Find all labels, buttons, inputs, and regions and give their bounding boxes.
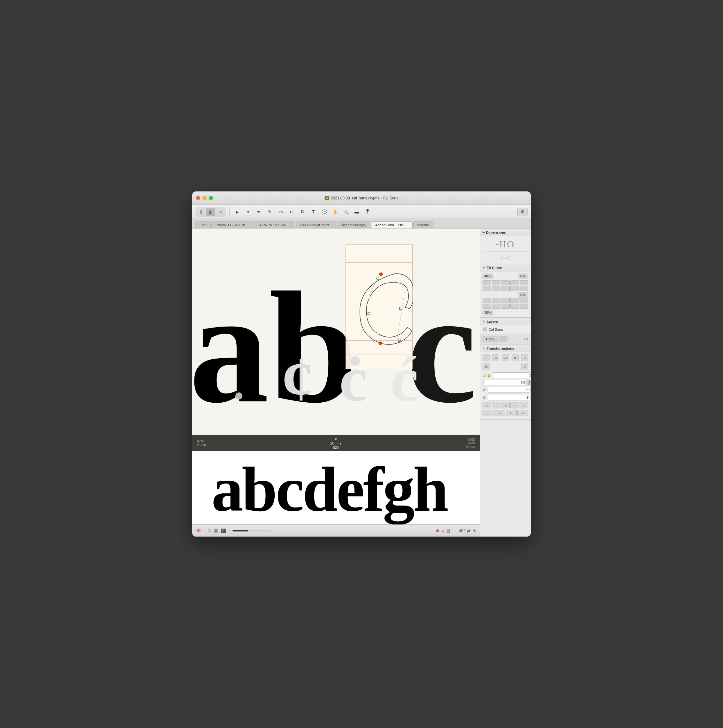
zoom-stepper[interactable]: ⇅ (208, 529, 211, 533)
fit-cell-17[interactable] (492, 304, 500, 309)
fit-cell-9[interactable] (510, 286, 519, 291)
pen-tool[interactable]: ✦ (244, 208, 253, 216)
layers-header[interactable]: ▼ Layers (480, 318, 531, 325)
zoom-slider[interactable] (232, 530, 271, 531)
target-icon[interactable]: ⊕ (436, 528, 439, 533)
component-tool[interactable]: ⧉ (298, 208, 307, 216)
fit-cell-3[interactable] (501, 280, 509, 285)
align-tr[interactable]: ↗ (520, 402, 528, 408)
fit-cell-16[interactable] (482, 304, 491, 309)
transform-rotate-input[interactable] (488, 387, 531, 393)
dash-icon[interactable]: — (453, 529, 456, 533)
fit-cell-8[interactable] (501, 286, 509, 291)
transform-mirror-v-icon[interactable]: ⊡ (521, 363, 528, 370)
status-bar: 👁 - ⇅ F • ⊕ ≡ ||| — 402 pt + (192, 525, 480, 537)
fit-cell-6[interactable] (482, 286, 491, 291)
transform-center-icon[interactable]: ⊕ (492, 354, 499, 361)
fit-cell-10[interactable] (520, 286, 528, 291)
tab-font[interactable]: Font (195, 222, 211, 228)
align-flip-v[interactable]: ↕ (482, 410, 493, 416)
copy-button[interactable]: Copy (482, 336, 498, 342)
select-tool[interactable]: ▸ (233, 208, 242, 216)
dimensions-header[interactable]: ▶ Dimensions (480, 228, 531, 236)
transform-flip-h-icon[interactable]: ⊠ (512, 354, 519, 361)
transform-align-grid-1: ↙ ↓ ↘ → ↗ (482, 402, 528, 408)
fit-cell-15[interactable] (520, 298, 528, 303)
transform-flip-v-icon[interactable]: ⊟ (521, 354, 528, 361)
info-button[interactable]: ℹ (197, 208, 205, 216)
text-tool[interactable]: T (309, 208, 318, 216)
fit-cell-1[interactable] (482, 280, 491, 285)
fit-cell-13[interactable] (501, 298, 509, 303)
bottom-glyphs-display: abcdefgh (192, 457, 447, 521)
anchor-tool[interactable]: T̄ (363, 208, 372, 216)
align-r[interactable]: → (510, 402, 519, 408)
fit-cell-5[interactable] (520, 280, 528, 285)
columns-icon[interactable]: ||| (447, 529, 450, 533)
hand-tool[interactable]: ✋ (331, 208, 339, 216)
transform-cx-icon[interactable]: :Cx: (502, 354, 509, 361)
fit-cell-11[interactable] (482, 298, 491, 303)
svg-line-15 (397, 289, 405, 341)
transform-mirror-h-icon[interactable]: ⊞ (482, 363, 490, 370)
visibility-toggle[interactable]: 👁 (196, 528, 201, 534)
toolbar-info-group: ℹ ⊞ ≡ (195, 207, 226, 217)
scale-h-up[interactable]: ▲ (528, 380, 531, 382)
minimize-button[interactable] (203, 196, 207, 200)
zoom-tool[interactable]: 🔍 (342, 208, 350, 216)
transform-skew-input[interactable] (488, 395, 531, 401)
align-icon[interactable]: ≡ (442, 529, 444, 533)
zoom-out-button[interactable]: - (204, 528, 205, 534)
toolbar-right: ⊞ (517, 208, 528, 216)
fit-cell-4[interactable] (510, 280, 519, 285)
undo-tool[interactable]: ↩ (287, 208, 296, 216)
tab-nonono[interactable]: nonono (413, 222, 433, 228)
fit-curve-header[interactable]: ▼ Fit Curve (480, 264, 531, 272)
fit-40-bottom-button[interactable]: 40% (482, 310, 493, 315)
rect-tool[interactable]: ▭ (276, 208, 285, 216)
align-bl[interactable]: ↙ (482, 402, 491, 408)
fit-cell-19[interactable] (510, 304, 519, 309)
maximize-button[interactable] (209, 196, 213, 200)
transformations-header[interactable]: ▼ Transformations (480, 344, 531, 352)
fit-cell-18[interactable] (501, 304, 509, 309)
align-rotate-cw[interactable]: ↻ (506, 410, 517, 416)
tab-adobe-latin[interactable]: Adobe Latin 1 !"#$%&'(... (371, 222, 413, 228)
close-button[interactable] (196, 196, 200, 200)
fit-cell-7[interactable] (492, 286, 500, 291)
f-badge[interactable]: F (221, 529, 226, 533)
glyph-display-top[interactable]: a b c (192, 228, 480, 435)
align-b[interactable]: ↓ (492, 402, 500, 408)
tab-accents[interactable]: accents (triage) (338, 222, 371, 228)
grid-button[interactable]: ⊞ (206, 208, 215, 216)
fit-80-button[interactable]: 80% (518, 274, 528, 279)
metric-tool[interactable]: ▬ (352, 208, 361, 216)
panel-toggle-button[interactable]: ⊞ (517, 208, 528, 216)
align-flip-h[interactable]: ↔ (494, 410, 505, 416)
layer-item-cal-sans[interactable]: Cal Sans (482, 327, 528, 332)
annotation-tool[interactable]: 💬 (320, 208, 329, 216)
zoom-in-button[interactable]: + (473, 528, 476, 534)
fit-cell-20[interactable] (520, 304, 528, 309)
bezier-tool[interactable]: ✒ (255, 208, 264, 216)
pencil-tool[interactable]: ✎ (265, 208, 274, 216)
copy-gear-button[interactable]: ⚙ (524, 336, 528, 342)
tab-kerning[interactable]: KERNING & SPACINGH... (253, 222, 295, 228)
transform-scale-h-input[interactable] (484, 380, 526, 385)
scale-h-down[interactable]: ▼ (528, 382, 531, 385)
tab-dirk[interactable]: Dirk GentlysDetective... (296, 222, 337, 228)
fit-80-bottom-button[interactable]: 80% (518, 292, 528, 298)
list-button[interactable]: ≡ (216, 208, 225, 216)
ghost-glyph-3: ć (390, 342, 419, 416)
fit-cell-14[interactable] (510, 298, 519, 303)
transform-scatter-icon[interactable]: ⁙ (482, 354, 490, 361)
fit-cell-2[interactable] (492, 280, 500, 285)
align-br[interactable]: ↘ (501, 402, 509, 408)
align-undo[interactable]: ↩ (517, 410, 528, 416)
transform-scale-w-input[interactable] (492, 372, 531, 378)
fit-cell-12[interactable] (492, 298, 500, 303)
transform-lock-icon[interactable]: 🔒 (487, 373, 491, 378)
copy-minus-button[interactable]: — (499, 336, 508, 342)
tab-priority[interactable]: Priority 11234567890z... (211, 222, 253, 228)
fit-40-button[interactable]: 40% (482, 274, 493, 279)
